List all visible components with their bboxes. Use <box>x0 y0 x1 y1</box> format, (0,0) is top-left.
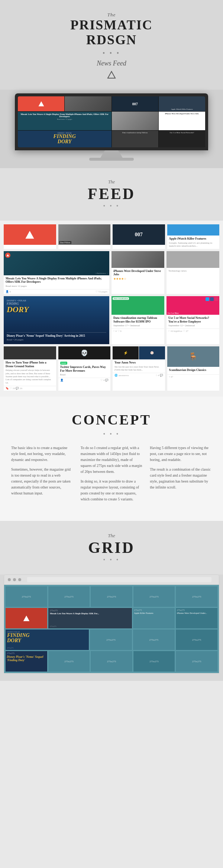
browser-dot-2 <box>13 578 16 581</box>
hero-title: PRISMATICRDSGN <box>7 18 216 47</box>
feed-card-anon[interactable]: ⚡ ⚾ Your Anon News She lost the past two… <box>113 346 165 391</box>
twitter-badge: tweet <box>60 362 67 365</box>
scandinavian-content: Scandinavian Design Classics <box>167 367 220 374</box>
concept-col3-p2: The result is a combination of the class… <box>150 467 212 490</box>
mosaic-footer: 👤 6 ♡ 72 pages <box>4 289 109 294</box>
feed-grid: Dan Fillion 007 Apple iWatch Killer Feat… <box>0 221 223 397</box>
twitter-meta: Read <box>60 373 109 376</box>
grid-cell-6 <box>6 608 47 628</box>
drone-img <box>4 346 56 359</box>
feed-card-mosaic[interactable]: + iPad devices → Mosaic Lets You Weave A… <box>4 251 109 294</box>
browser-mockup: 275x275 275x275 275x275 275x275 275x275 <box>4 574 219 673</box>
feed-card-iwatch[interactable]: Apple iWatch Killer Features Google, Sam… <box>167 224 220 249</box>
monitor-stand <box>100 150 123 158</box>
grid-label: The <box>108 533 115 538</box>
logo-icon <box>107 70 116 79</box>
browser-wrap: 275x275 275x275 275x275 275x275 275x275 <box>0 574 223 681</box>
placeholder-img <box>167 251 219 268</box>
scandinavian-stats: • 47 <box>169 375 173 378</box>
hero-script: News Feed <box>7 60 216 67</box>
svg-marker-2 <box>26 231 34 238</box>
concept-title: CONCEPT <box>11 411 212 428</box>
social-footer: ↑ 16 highfive ♡ 27 <box>167 329 219 333</box>
social-meta: September 12 • 2minread <box>168 324 217 327</box>
twitter-footer: 👤 ♡ 4 💬 <box>58 378 111 382</box>
iwatch-content: Apple iWatch Killer Features Google, Sam… <box>167 236 220 249</box>
feed-card-social[interactable]: Use 5 or More Use 5 or More Social Netwo… <box>167 296 219 344</box>
anon-source: 🌐 anonnews <box>114 374 129 377</box>
anon-content: Your Anon News She lost the past two yea… <box>113 359 165 373</box>
twitter-title: Twitter Improves Cards, Paves Way For Mo… <box>60 365 109 372</box>
dataviz-meta: September 17 • 3minread <box>113 324 162 327</box>
hero-section: The PRISMATICRDSGN • • • News Feed <box>0 0 223 90</box>
drone-content: How to Turn Your iPhone Into a Drone Gro… <box>4 359 56 386</box>
concept-col-3: Having 5 different types of viewing the … <box>150 445 212 506</box>
feed-card-dataviz[interactable]: Data visualization Data visualization st… <box>112 296 164 344</box>
feed-card-logo[interactable] <box>4 224 56 249</box>
grid-title: GRID <box>7 539 216 557</box>
screen-cell-10: Use 5 or More Social Networks? <box>159 131 205 147</box>
feed-card-drone[interactable]: How to Turn Your iPhone Into a Drone Gro… <box>4 346 56 391</box>
concept-col-2: To do so I created a regular grid, with … <box>81 445 143 506</box>
iphones-stars: ★★★★☆ <box>113 277 162 281</box>
feed-card-scandinavian[interactable]: 🪑 Scandinavian Design Classics • 47 <box>167 346 220 391</box>
feed-card-placeholder1[interactable]: Technology news <box>167 251 219 294</box>
screen-cell-1 <box>18 96 64 111</box>
iwatch-meta: Google, Samsung and LG are planning to l… <box>169 241 218 247</box>
dory-meta: Read • 26 pages <box>7 338 106 341</box>
feed-card-person[interactable]: Dan Fillion <box>58 224 111 249</box>
browser-address-bar[interactable] <box>27 577 211 582</box>
hero-dots: • • • <box>7 49 216 57</box>
dory-subtitle-block: Disney Pixar's 'Nemo' Sequel 'Finding Do… <box>7 332 106 341</box>
concept-dots: • • • <box>11 431 212 438</box>
feed-card-iphones[interactable]: iPhones Were Developed Under Steve Jobs … <box>112 251 164 294</box>
concept-col-1: The basic idea is to create a magazine s… <box>11 445 73 506</box>
grid-cell-7: 275x275 Mosaic Lets You Weave A Single D… <box>48 608 132 628</box>
grid-cell-2-label: 275x275 <box>64 595 74 598</box>
grid-row-4: 275x275 Disney Pixar's 'Nemo' Sequel 'Fi… <box>6 651 217 672</box>
screen-cell-9: Data visualization startup Tableau <box>112 131 158 147</box>
grid-cell-20: 275x275 <box>176 651 217 672</box>
placeholder-content: Technology news <box>167 268 219 274</box>
svg-marker-4 <box>23 615 30 621</box>
grid-cell-8: 275x275 Apple Killer Features <box>133 608 175 628</box>
grid-dots: • • • <box>7 557 216 563</box>
dataviz-stats: ↑ 4 ♡ 6 <box>113 330 122 333</box>
svg-marker-0 <box>108 71 115 78</box>
monitor-base <box>89 158 134 161</box>
feed-card-twitter[interactable]: 💀 tweet Twitter Improves Cards, Paves Wa… <box>58 346 111 391</box>
grid-cell-5-label: 275x275 <box>192 595 201 598</box>
iphones-img <box>112 251 164 268</box>
dory-disney: DISNEY • PIXAR <box>7 299 106 302</box>
feed-dots: • • • <box>7 203 216 209</box>
anon-footer: 🌐 anonnews ↑ 4 💬 <box>113 373 165 378</box>
grid-cell-17: 275x275 <box>48 651 90 672</box>
feed-card-007[interactable]: 007 <box>113 224 165 249</box>
anon-stats: ↑ 4 💬 <box>156 374 163 377</box>
mosaic-img: + iPad devices → <box>4 251 109 275</box>
iwatch-title: Apple iWatch Killer Features <box>169 237 218 241</box>
scandinavian-title: Scandinavian Design Classics <box>169 368 218 372</box>
browser-bar <box>4 575 219 585</box>
scandinavian-img: 🪑 <box>167 346 220 367</box>
dory-subtitle: Disney Pixar's 'Nemo' Sequel 'Finding Do… <box>7 334 106 337</box>
feed-row-1: Dan Fillion 007 Apple iWatch Killer Feat… <box>4 224 219 249</box>
monitor-screen: 007 Apple iWatch Killer Features Mosaic … <box>18 96 205 147</box>
social-content: Use 5 or More Social Networks? You're a … <box>167 315 219 329</box>
feed-card-dory[interactable]: DISNEY • PIXAR FINDING DORY Disney Pixar… <box>4 296 109 344</box>
grid-cell-4: 275x275 <box>133 586 175 607</box>
card-007-img: 007 <box>113 224 165 245</box>
dataviz-img: Data visualization <box>112 296 164 315</box>
concept-section: CONCEPT • • • The basic idea is to creat… <box>0 397 223 521</box>
grid-cell-3-label: 275x275 <box>107 595 116 598</box>
concept-col1-p1: The basic idea is to create a magazine s… <box>11 445 73 463</box>
social-img: Use 5 or More <box>167 296 219 315</box>
grid-row-3: DISNEY PIXAR FINDINGDORY 275x275 275x275… <box>6 630 217 650</box>
social-stats: ↑ 16 highfive ♡ 27 <box>168 330 188 333</box>
dataviz-footer: ↑ 4 ♡ 6 <box>112 329 164 333</box>
concept-col2-p1: To do so I created a regular grid, with … <box>81 445 143 475</box>
mosaic-content: Mosaic Lets You Weave A Single Display F… <box>4 275 109 289</box>
drone-title: How to Turn Your iPhone Into a Drone Gro… <box>6 361 54 368</box>
grid-cell-12: 275x275 <box>90 630 132 650</box>
drone-body: Helping elevate yourself always helps in… <box>6 369 54 384</box>
